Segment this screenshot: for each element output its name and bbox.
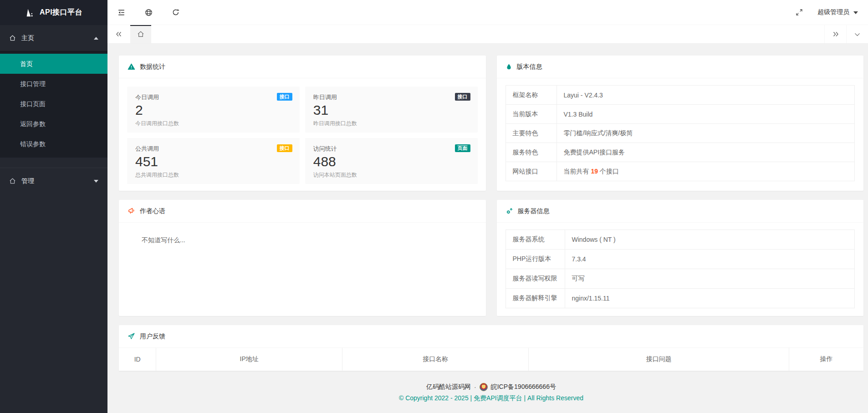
row-label: 网站接口 — [505, 162, 557, 181]
server-table: 服务器系统 Windows ( NT ) PHP运行版本 7.3.4 服务器读写… — [505, 229, 855, 308]
stat-desc: 今日调用接口总数 — [135, 120, 291, 127]
table-row: 网站接口 当前共有 19 个接口 — [505, 162, 855, 181]
row-label: 服务器解释引擎 — [505, 289, 565, 308]
page-footer: 亿码酷站源码网 · 皖ICP备1906666666号 © Copyright 2… — [119, 383, 863, 403]
server-table-wrap: 服务器系统 Windows ( NT ) PHP运行版本 7.3.4 服务器读写… — [497, 223, 864, 315]
status-badge: 页面 — [455, 144, 470, 152]
user-menu[interactable]: 超级管理员 — [813, 0, 868, 25]
stat-box-public: 公共调用 451 总共调用接口总数 接口 — [127, 138, 300, 184]
sidebar-item-api-page[interactable]: 接口页面 — [0, 94, 107, 114]
row-label: 框架名称 — [505, 86, 557, 105]
sidebar-item-return-params[interactable]: 返回参数 — [0, 114, 107, 134]
tabs-scroll-left-icon[interactable] — [107, 25, 130, 43]
card-title: 版本信息 — [517, 63, 542, 71]
status-badge: 接口 — [455, 93, 470, 101]
topbar: 超级管理员 — [107, 0, 868, 25]
refresh-icon[interactable] — [162, 0, 189, 25]
card-header: 数据统计 — [119, 56, 486, 78]
row-label: 主要特色 — [505, 124, 557, 143]
sidebar: API接口平台 主页 首页 接口管理 接口页面 返回参数 错误参数 — [0, 0, 107, 413]
chevron-down-icon — [94, 180, 98, 183]
megaphone-icon — [128, 207, 135, 215]
sidebar-item-error-params[interactable]: 错误参数 — [0, 134, 107, 154]
footer-icp-link[interactable]: 皖ICP备1906666666号 — [491, 383, 556, 391]
row-value: 可写 — [565, 269, 855, 289]
tabbar-spacer — [151, 25, 824, 43]
sidebar-group-manage[interactable]: 管理 — [0, 168, 107, 194]
table-row: 服务特色 免费提供API接口服务 — [505, 143, 855, 162]
table-row: 框架名称 Layui - V2.4.3 — [505, 86, 855, 105]
stat-desc: 昨日调用接口总数 — [313, 120, 470, 127]
tab-home[interactable] — [130, 25, 151, 43]
col-header-actions: 操作 — [789, 348, 864, 371]
card-title: 数据统计 — [140, 63, 165, 71]
row-value: 当前共有 19 个接口 — [557, 162, 855, 181]
version-table: 框架名称 Layui - V2.4.3 当前版本 V1.3 Build 主要特色… — [505, 85, 855, 181]
tabs-scroll-right-icon[interactable] — [824, 25, 846, 43]
feedback-header-row: ID IP地址 接口名称 接口问题 操作 — [119, 348, 863, 371]
stat-value: 451 — [135, 154, 291, 170]
nav-section-home: 主页 首页 接口管理 接口页面 返回参数 错误参数 — [0, 25, 107, 158]
api-count-prefix: 当前共有 — [564, 168, 591, 175]
table-row: PHP运行版本 7.3.4 — [505, 250, 855, 269]
row-label: 服务特色 — [505, 143, 557, 162]
chevron-down-icon — [853, 11, 858, 14]
card-title: 服务器信息 — [518, 207, 550, 215]
card-title: 作者心语 — [140, 207, 165, 215]
table-row: 主要特色 零门槛/响应式/清爽/极简 — [505, 124, 855, 143]
stat-title: 今日调用 — [135, 93, 291, 102]
table-row: 服务器系统 Windows ( NT ) — [505, 230, 855, 250]
api-count-suffix: 个接口 — [598, 168, 619, 175]
card-title: 用户反馈 — [140, 332, 165, 341]
api-count: 19 — [591, 168, 598, 175]
sidebar-item-home[interactable]: 首页 — [0, 54, 107, 74]
row-label: 服务器读写权限 — [505, 269, 565, 289]
tabs-menu-icon[interactable] — [846, 25, 868, 43]
status-badge: 接口 — [277, 144, 292, 152]
stats-grid: 今日调用 2 今日调用接口总数 接口 昨日调用 31 昨日调用接口总数 接口 公… — [119, 78, 486, 192]
sidebar-item-api-manage[interactable]: 接口管理 — [0, 74, 107, 94]
card-server-info: 服务器信息 服务器系统 Windows ( NT ) PHP运行版本 7.3.4… — [497, 200, 864, 316]
card-header: 版本信息 — [497, 56, 864, 78]
author-content: 不知道写什么... — [119, 223, 486, 258]
card-version-info: 版本信息 框架名称 Layui - V2.4.3 当前版本 V1.3 Build… — [497, 56, 864, 191]
home-icon — [9, 35, 16, 41]
droplet-icon — [505, 63, 512, 70]
table-row: 服务器解释引擎 nginx/1.15.11 — [505, 289, 855, 308]
footer-line1: 亿码酷站源码网 · 皖ICP备1906666666号 — [119, 383, 863, 391]
warning-triangle-icon — [128, 63, 135, 71]
gears-icon — [505, 207, 513, 215]
status-badge: 接口 — [277, 93, 292, 101]
row-value: Layui - V2.4.3 — [557, 86, 855, 105]
stat-box-today: 今日调用 2 今日调用接口总数 接口 — [127, 87, 300, 133]
stat-value: 31 — [313, 102, 470, 118]
stat-box-yesterday: 昨日调用 31 昨日调用接口总数 接口 — [305, 87, 478, 133]
col-header-api-name: 接口名称 — [342, 348, 529, 371]
footer-copyright[interactable]: © Copyright 2022 - 2025 | 免费API调度平台 | Al… — [119, 394, 863, 403]
sidebar-group-home[interactable]: 主页 — [0, 25, 107, 51]
stat-title: 访问统计 — [313, 145, 470, 153]
footer-site-link[interactable]: 亿码酷站源码网 — [426, 383, 471, 391]
row-value: V1.3 Build — [557, 105, 855, 124]
stat-value: 488 — [313, 154, 470, 170]
stat-title: 公共调用 — [135, 145, 291, 153]
fullscreen-icon[interactable] — [786, 0, 813, 25]
home-icon — [9, 178, 16, 184]
card-user-feedback: 用户反馈 ID IP地址 接口名称 接口问题 操作 — [119, 325, 863, 371]
card-header: 用户反馈 — [119, 325, 863, 348]
row-middle: 作者心语 不知道写什么... 服务器信息 — [119, 200, 863, 316]
app-title: API接口平台 — [40, 8, 82, 17]
row-value: 免费提供API接口服务 — [557, 143, 855, 162]
stat-title: 昨日调用 — [313, 93, 470, 102]
app-logo[interactable]: API接口平台 — [0, 0, 107, 25]
separator: · — [474, 383, 476, 391]
card-author-note: 作者心语 不知道写什么... — [119, 200, 486, 316]
nav-section-manage: 管理 — [0, 168, 107, 194]
globe-icon[interactable] — [135, 0, 162, 25]
row-label: 服务器系统 — [505, 230, 565, 250]
sidebar-group-label: 主页 — [21, 34, 34, 42]
stat-desc: 访问本站页面总数 — [313, 171, 470, 179]
row-label: 当前版本 — [505, 105, 557, 124]
row-value: nginx/1.15.11 — [565, 289, 855, 308]
collapse-menu-icon[interactable] — [107, 0, 135, 25]
